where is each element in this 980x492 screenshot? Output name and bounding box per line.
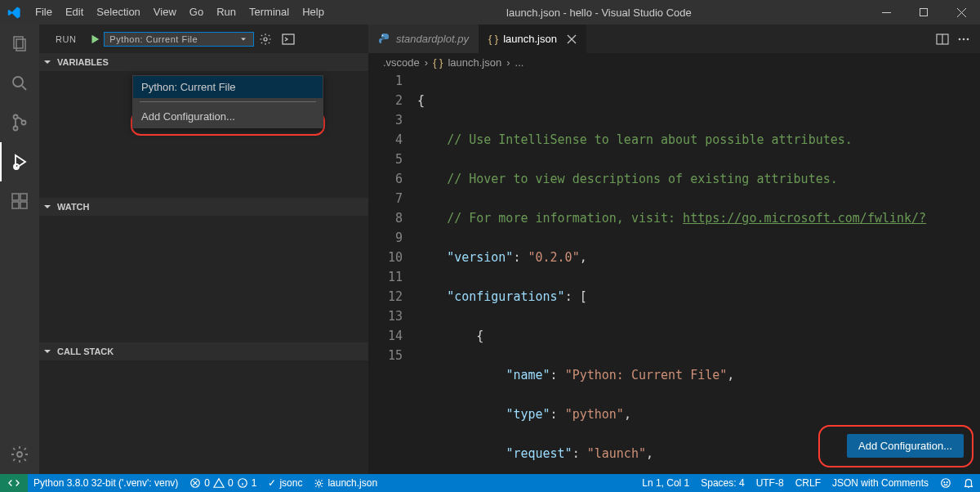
svg-rect-1 bbox=[14, 37, 23, 48]
menu-file[interactable]: File bbox=[29, 0, 59, 25]
editor-tabs: standardplot.py { } launch.json bbox=[368, 25, 980, 53]
status-filename[interactable]: launch.json bbox=[308, 474, 383, 492]
debug-console-icon[interactable] bbox=[277, 33, 300, 46]
menu-help[interactable]: Help bbox=[296, 0, 331, 25]
close-tab-icon[interactable] bbox=[567, 34, 577, 44]
tab-label: launch.json bbox=[503, 33, 557, 45]
feedback-icon[interactable] bbox=[934, 474, 957, 492]
problems-status[interactable]: 0 0 1 bbox=[184, 474, 262, 492]
chevron-down-icon bbox=[41, 200, 54, 213]
svg-point-22 bbox=[318, 481, 321, 485]
tab-launch-json[interactable]: { } launch.json bbox=[479, 25, 586, 53]
svg-point-7 bbox=[14, 164, 19, 169]
run-sidebar: RUN Python: Current File VARIABLES WATCH bbox=[39, 25, 368, 474]
chevron-down-icon bbox=[41, 345, 54, 358]
dropdown-item-current-file[interactable]: Python: Current File bbox=[133, 76, 323, 98]
menu-selection[interactable]: Selection bbox=[90, 0, 146, 25]
svg-rect-2 bbox=[16, 39, 25, 51]
code-content[interactable]: { // Use IntelliSense to learn about pos… bbox=[417, 71, 980, 474]
add-configuration-button[interactable]: Add Configuration... bbox=[847, 434, 964, 458]
titlebar: File Edit Selection View Go Run Terminal… bbox=[0, 0, 980, 25]
menu-go[interactable]: Go bbox=[183, 0, 210, 25]
svg-point-23 bbox=[942, 479, 951, 488]
line-numbers: 123 456 789 101112 131415 bbox=[368, 71, 417, 474]
code-editor[interactable]: 123 456 789 101112 131415 { // Use Intel… bbox=[368, 71, 980, 474]
variables-section-header[interactable]: VARIABLES bbox=[39, 53, 368, 71]
status-bar: Python 3.8.0 32-bit ('.venv': venv) 0 0 … bbox=[0, 474, 980, 492]
remote-indicator-icon[interactable] bbox=[0, 474, 28, 492]
svg-point-5 bbox=[14, 127, 18, 131]
maximize-button[interactable] bbox=[905, 0, 942, 25]
language-mode-check[interactable]: ✓ jsonc bbox=[262, 474, 308, 492]
language-status[interactable]: JSON with Comments bbox=[826, 474, 934, 492]
chevron-right-icon: › bbox=[425, 56, 428, 69]
breadcrumb-file[interactable]: launch.json bbox=[448, 56, 501, 69]
tab-standardplot[interactable]: standardplot.py bbox=[368, 25, 479, 53]
indentation-status[interactable]: Spaces: 4 bbox=[695, 474, 750, 492]
menu-run[interactable]: Run bbox=[210, 0, 243, 25]
scm-icon[interactable] bbox=[0, 103, 39, 142]
search-icon[interactable] bbox=[0, 64, 39, 103]
more-actions-icon[interactable] bbox=[957, 33, 970, 46]
menu-view[interactable]: View bbox=[147, 0, 183, 25]
svg-point-15 bbox=[382, 34, 384, 36]
extensions-icon[interactable] bbox=[0, 181, 39, 221]
callstack-section-header[interactable]: CALL STACK bbox=[39, 342, 368, 360]
svg-rect-11 bbox=[20, 202, 27, 208]
sidebar-title: RUN bbox=[56, 34, 76, 44]
config-dropdown-panel: Python: Current File Add Configuration..… bbox=[132, 75, 323, 128]
watch-label: WATCH bbox=[57, 202, 90, 212]
menubar: File Edit Selection View Go Run Terminal… bbox=[29, 0, 331, 25]
callstack-label: CALL STACK bbox=[57, 347, 114, 356]
launch-config-selected: Python: Current File bbox=[109, 34, 198, 44]
split-editor-icon[interactable] bbox=[936, 33, 949, 46]
menu-terminal[interactable]: Terminal bbox=[243, 0, 296, 25]
svg-rect-9 bbox=[20, 194, 27, 200]
configure-gear-icon[interactable] bbox=[254, 33, 277, 46]
breadcrumb-more[interactable]: ... bbox=[515, 56, 524, 69]
notifications-icon[interactable] bbox=[957, 474, 980, 492]
activity-bar bbox=[0, 25, 39, 474]
explorer-icon[interactable] bbox=[0, 25, 39, 64]
svg-point-12 bbox=[17, 452, 22, 457]
window-title: launch.json - hello - Visual Studio Code bbox=[331, 7, 867, 19]
variables-label: VARIABLES bbox=[57, 57, 109, 67]
vscode-logo-icon bbox=[0, 6, 29, 20]
svg-point-4 bbox=[14, 115, 18, 119]
cursor-position[interactable]: Ln 1, Col 1 bbox=[636, 474, 695, 492]
svg-rect-0 bbox=[920, 8, 927, 16]
editor-area: standardplot.py { } launch.json .vscode … bbox=[368, 25, 980, 474]
dropdown-separator bbox=[140, 101, 316, 102]
breadcrumbs[interactable]: .vscode › { } launch.json › ... bbox=[368, 53, 980, 71]
encoding-status[interactable]: UTF-8 bbox=[751, 474, 790, 492]
svg-point-24 bbox=[944, 482, 945, 483]
minimize-button[interactable] bbox=[867, 0, 905, 25]
start-debug-icon[interactable] bbox=[86, 34, 104, 45]
breadcrumb-folder[interactable]: .vscode bbox=[383, 56, 420, 69]
eol-status[interactable]: CRLF bbox=[790, 474, 826, 492]
svg-point-25 bbox=[947, 482, 947, 483]
settings-gear-icon[interactable] bbox=[0, 435, 39, 474]
json-file-icon: { } bbox=[433, 56, 443, 69]
launch-config-dropdown[interactable]: Python: Current File bbox=[104, 32, 254, 47]
svg-rect-10 bbox=[12, 202, 19, 208]
close-button[interactable] bbox=[942, 0, 980, 25]
svg-rect-8 bbox=[12, 194, 19, 200]
chevron-down-icon bbox=[41, 56, 54, 69]
svg-point-18 bbox=[963, 38, 965, 40]
json-file-icon: { } bbox=[488, 33, 498, 45]
svg-point-19 bbox=[967, 38, 969, 40]
chevron-down-icon bbox=[238, 34, 248, 44]
svg-point-3 bbox=[13, 77, 23, 87]
svg-point-17 bbox=[959, 38, 961, 40]
chevron-right-icon: › bbox=[506, 56, 510, 69]
svg-point-13 bbox=[264, 38, 267, 41]
menu-edit[interactable]: Edit bbox=[59, 0, 90, 25]
python-file-icon bbox=[378, 33, 391, 46]
python-interpreter-status[interactable]: Python 3.8.0 32-bit ('.venv': venv) bbox=[28, 474, 184, 492]
watch-section-header[interactable]: WATCH bbox=[39, 198, 368, 216]
dropdown-item-add-config[interactable]: Add Configuration... bbox=[133, 105, 323, 127]
run-debug-icon[interactable] bbox=[0, 142, 39, 181]
tab-label: standardplot.py bbox=[396, 33, 469, 45]
